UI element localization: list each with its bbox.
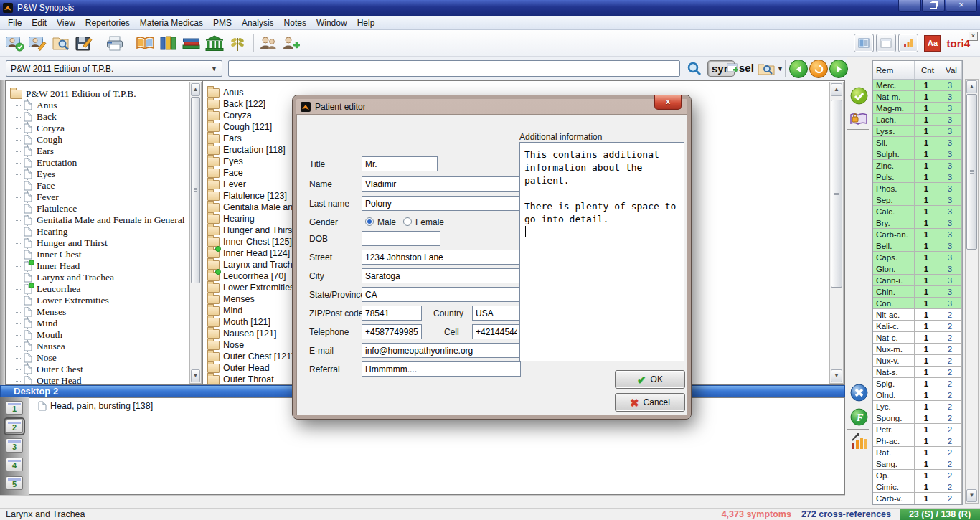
- close-button[interactable]: ×: [946, 0, 977, 12]
- remedy-row[interactable]: Mag-m. 1 3: [873, 103, 962, 114]
- tree-scrollbar[interactable]: ▲ ▼: [189, 82, 202, 384]
- filter-icon[interactable]: F: [849, 407, 868, 426]
- remedy-row[interactable]: Ph-ac. 1 2: [873, 435, 962, 447]
- chapter-row[interactable]: Eyes: [207, 156, 243, 167]
- tree-item[interactable]: Face: [16, 180, 55, 192]
- menu-item[interactable]: Window: [311, 16, 352, 29]
- remedy-row[interactable]: Cimic. 1 2: [873, 481, 962, 493]
- menu-item[interactable]: Edit: [27, 16, 52, 29]
- chapter-row[interactable]: Mind: [207, 305, 242, 316]
- confirm-symptom-icon[interactable]: [849, 86, 868, 105]
- menu-item[interactable]: File: [3, 16, 27, 29]
- repertory-view-button[interactable]: [854, 34, 874, 52]
- chapter-row[interactable]: Inner Chest [125]: [207, 236, 292, 247]
- panel-splitter[interactable]: [0, 80, 5, 385]
- chapter-row[interactable]: Larynx and Trachea: [207, 259, 303, 270]
- repertory-select[interactable]: P&W 2011 Edition of T.P.B. ▼: [6, 60, 222, 77]
- chapter-row[interactable]: Flatulence [123]: [207, 190, 287, 202]
- column-header-val[interactable]: Val: [938, 61, 962, 79]
- remedy-row[interactable]: Chin. 1 3: [873, 286, 962, 298]
- email-field[interactable]: [362, 343, 521, 358]
- chapter-row[interactable]: Leucorrhea [70]: [207, 270, 286, 282]
- tree-item[interactable]: Anus: [16, 100, 57, 111]
- menu-item[interactable]: View: [52, 16, 80, 29]
- remedy-row[interactable]: Carb-an. 1 3: [873, 229, 962, 240]
- dialog-title-bar[interactable]: Patient editor: [296, 99, 687, 114]
- scroll-down-icon[interactable]: ▼: [966, 489, 977, 502]
- gender-male-radio[interactable]: [365, 217, 374, 226]
- folder-search-icon[interactable]: [758, 61, 775, 78]
- book-lock-icon[interactable]: [849, 110, 868, 129]
- cancel-button[interactable]: ✖ Cancel: [615, 393, 685, 412]
- tree-item[interactable]: Mouth: [16, 329, 62, 341]
- desktop-view-button[interactable]: [876, 34, 896, 52]
- zip-field[interactable]: [362, 306, 422, 321]
- state-field[interactable]: [362, 287, 521, 302]
- pane-close-icon[interactable]: ×: [969, 32, 978, 41]
- tree-root[interactable]: P&W 2011 Edition of T.P.B.: [10, 88, 136, 100]
- print-icon[interactable]: [104, 33, 126, 53]
- tree-item[interactable]: Genitalia Male and Female in General: [16, 214, 185, 226]
- books-icon[interactable]: [181, 33, 202, 53]
- remedy-row[interactable]: Zinc. 1 3: [873, 160, 962, 171]
- chevron-down-icon[interactable]: ▼: [777, 65, 783, 72]
- chapter-row[interactable]: Eructation [118]: [207, 144, 286, 156]
- search-input[interactable]: [228, 60, 680, 77]
- tree-item[interactable]: Menses: [16, 306, 66, 318]
- library-icon[interactable]: [204, 33, 225, 53]
- clipboard-tab[interactable]: 1: [6, 401, 23, 415]
- scroll-up-icon[interactable]: ▲: [191, 83, 200, 96]
- tree-item[interactable]: Flatulence: [16, 203, 77, 214]
- tree-item[interactable]: Coryza: [16, 123, 65, 134]
- tree-item[interactable]: Leucorrhea: [16, 283, 80, 295]
- materia-medica-icon[interactable]: [135, 33, 156, 53]
- street-field[interactable]: [362, 250, 521, 265]
- column-header-cnt[interactable]: Cnt: [915, 61, 938, 79]
- country-field[interactable]: [472, 306, 521, 321]
- tree-item[interactable]: Inner Head: [16, 260, 80, 272]
- dialog-close-button[interactable]: x: [654, 95, 682, 110]
- select-label[interactable]: sel: [739, 62, 754, 74]
- remedy-row[interactable]: Olnd. 1 2: [873, 389, 962, 401]
- tree-item[interactable]: Hearing: [16, 226, 67, 237]
- remedy-scrollbar[interactable]: ▲ ▼: [965, 79, 979, 504]
- remedy-row[interactable]: Sep. 1 3: [873, 194, 962, 206]
- name-field[interactable]: [362, 176, 521, 192]
- remedy-row[interactable]: Bell. 1 3: [873, 240, 962, 252]
- patient-edit-icon[interactable]: [27, 33, 49, 53]
- tree-item[interactable]: Nose: [16, 352, 57, 364]
- chapter-row[interactable]: Lower Extremities: [207, 282, 294, 293]
- remedy-row[interactable]: Nat-m. 1 3: [873, 91, 962, 103]
- tree-item[interactable]: Outer Head: [16, 375, 82, 385]
- tree-item[interactable]: Ears: [16, 146, 54, 157]
- remedy-row[interactable]: Merc. 1 3: [873, 80, 962, 91]
- chapter-row[interactable]: Nose: [207, 339, 244, 351]
- dob-field[interactable]: [362, 231, 440, 246]
- chapter-row[interactable]: Coryza: [207, 110, 252, 121]
- city-field[interactable]: [362, 268, 521, 283]
- analysis-chart-icon[interactable]: [849, 432, 868, 450]
- tree-item[interactable]: Mind: [16, 318, 57, 329]
- menu-item[interactable]: PMS: [208, 16, 237, 29]
- tree-item[interactable]: Cough: [16, 134, 62, 146]
- remedy-row[interactable]: Rat. 1 2: [873, 447, 962, 458]
- repertories-icon[interactable]: [158, 33, 179, 53]
- title-field[interactable]: [362, 156, 438, 171]
- scrollbar-thumb[interactable]: [831, 100, 842, 288]
- remedy-row[interactable]: Lyss. 1 3: [873, 126, 962, 137]
- remedy-row[interactable]: Spig. 1 2: [873, 378, 962, 389]
- remedy-row[interactable]: Cann-i. 1 3: [873, 275, 962, 286]
- analysis-view-button[interactable]: [898, 34, 918, 52]
- remedy-row[interactable]: Sil. 1 3: [873, 137, 962, 148]
- window-add-icon[interactable]: [727, 63, 739, 77]
- remedy-row[interactable]: Petr. 1 2: [873, 424, 962, 435]
- menu-item[interactable]: Repertories: [80, 16, 135, 29]
- remedy-row[interactable]: Calc. 1 3: [873, 206, 962, 217]
- remedy-row[interactable]: Carb-v. 1 2: [873, 493, 962, 504]
- clipboard-tab[interactable]: 3: [6, 438, 23, 452]
- scroll-down-icon[interactable]: ▼: [191, 369, 200, 382]
- scrollbar-thumb[interactable]: [966, 94, 977, 250]
- tree-item[interactable]: Eructation: [16, 157, 77, 169]
- tree-item[interactable]: Larynx and Trachea: [16, 272, 114, 283]
- chapter-row[interactable]: Inner Head [124]: [207, 247, 290, 259]
